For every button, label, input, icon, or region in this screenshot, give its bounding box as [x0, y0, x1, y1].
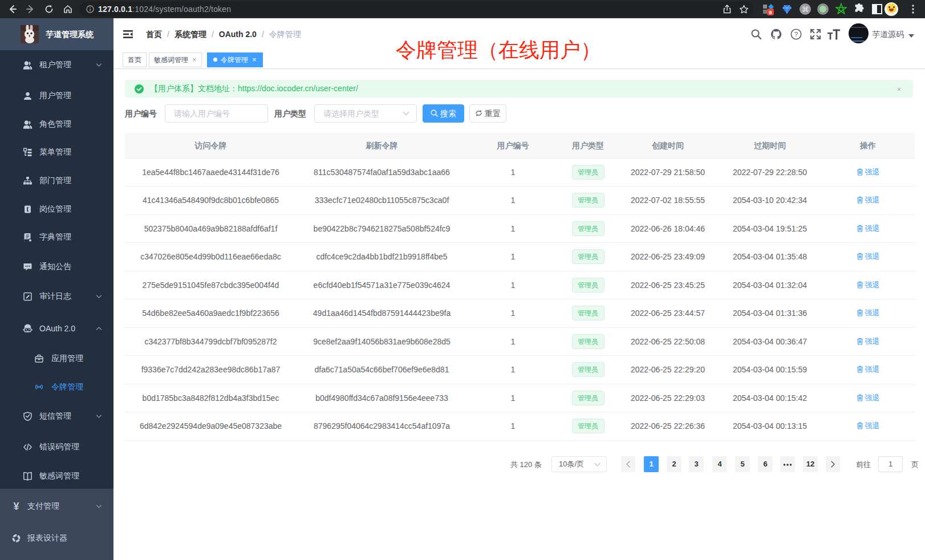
svg-text:⌘: ⌘ [802, 5, 809, 14]
svg-text:9: 9 [769, 9, 772, 15]
svg-text:¥: ¥ [13, 502, 19, 512]
svg-text:?: ? [794, 31, 798, 38]
